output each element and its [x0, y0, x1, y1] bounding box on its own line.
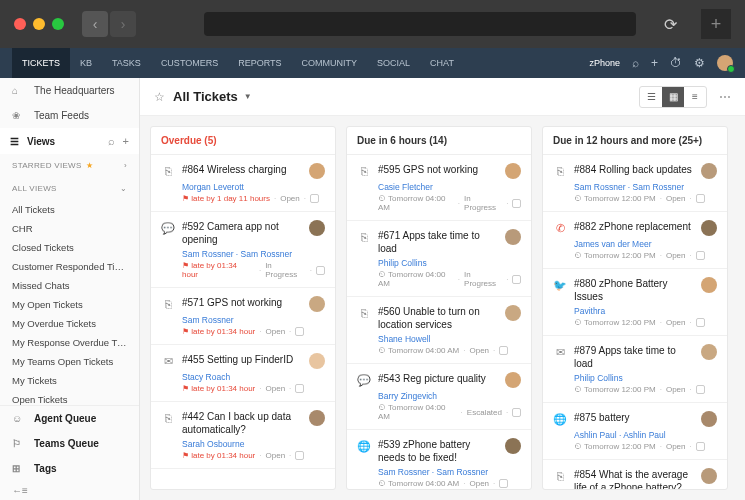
ticket-checkbox[interactable] [499, 479, 508, 488]
ticket-card[interactable]: 🌐#875 batteryAshlin Paul · Ashlin Paul⏲ … [543, 403, 727, 460]
timer-icon[interactable]: ⏱ [670, 56, 682, 70]
url-bar[interactable] [204, 12, 636, 36]
ticket-assignees: Morgan Leverott [182, 182, 325, 192]
ticket-card[interactable]: ⎘#884 Rolling back updatesSam Rossner · … [543, 155, 727, 212]
column-header: Overdue (5) [151, 127, 335, 155]
ticket-card[interactable]: ⎘#571 GPS not workingSam Rossner⚑ late b… [151, 288, 335, 345]
new-tab-button[interactable]: + [701, 9, 731, 39]
ticket-card[interactable]: ⎘#442 Can I back up data automatically?S… [151, 402, 335, 469]
sidebar-item-teams-queue[interactable]: ⚐Teams Queue [0, 431, 139, 456]
starred-views-section[interactable]: STARRED VIEWS★› [0, 154, 139, 177]
sidebar-item-agent-queue[interactable]: ☺Agent Queue [0, 406, 139, 431]
ticket-card[interactable]: 💬#543 Reg picture qualityBarry Zingevich… [347, 364, 531, 430]
sidebar-view-link[interactable]: My Response Overdue Tic... [0, 333, 139, 352]
sidebar-label: Views [27, 136, 55, 147]
sidebar-item-hq[interactable]: ⌂The Headquarters [0, 78, 139, 103]
ticket-checkbox[interactable] [696, 318, 705, 327]
sidebar-view-link[interactable]: Missed Chats [0, 276, 139, 295]
top-tab-social[interactable]: SOCIAL [367, 48, 420, 78]
kanban-column: Overdue (5)⎘#864 Wireless chargingMorgan… [150, 126, 336, 490]
maximize-window-button[interactable] [52, 18, 64, 30]
add-view-icon[interactable]: + [123, 135, 129, 147]
view-title[interactable]: All Tickets [173, 89, 238, 104]
ticket-checkbox[interactable] [512, 199, 521, 208]
user-avatar[interactable] [717, 55, 733, 71]
sidebar-view-link[interactable]: My Teams Open Tickets [0, 352, 139, 371]
ticket-checkbox[interactable] [310, 194, 319, 203]
assignee-avatar [309, 220, 325, 236]
top-tab-reports[interactable]: REPORTS [228, 48, 291, 78]
sidebar-view-link[interactable]: Closed Tickets [0, 238, 139, 257]
sidebar-item-tags[interactable]: ⊞Tags [0, 456, 139, 481]
ticket-checkbox[interactable] [512, 408, 521, 417]
all-views-section[interactable]: ALL VIEWS⌄ [0, 177, 139, 200]
ticket-checkbox[interactable] [696, 194, 705, 203]
sidebar-item-feeds[interactable]: ❀Team Feeds [0, 103, 139, 128]
collapse-sidebar-button[interactable]: ←≡ [0, 481, 139, 500]
top-tab-customers[interactable]: CUSTOMERS [151, 48, 228, 78]
brand-dropdown[interactable]: zPhone [589, 58, 620, 68]
top-tab-kb[interactable]: KB [70, 48, 102, 78]
ticket-checkbox[interactable] [696, 385, 705, 394]
forward-button[interactable]: › [110, 11, 136, 37]
top-tab-tickets[interactable]: TICKETS [12, 48, 70, 78]
sidebar-label: Team Feeds [34, 110, 89, 121]
ticket-card[interactable]: 🐦#880 zPhone Battery IssuesPavithra⏲ Tom… [543, 269, 727, 336]
compact-view-button[interactable]: ≡ [684, 87, 706, 107]
add-icon[interactable]: + [651, 56, 658, 70]
channel-form-icon: ⎘ [161, 164, 175, 178]
column-header: Due in 6 hours (14) [347, 127, 531, 155]
ticket-checkbox[interactable] [499, 346, 508, 355]
ticket-card[interactable]: ⎘#595 GPS not workingCasie Fletcher⏲ Tom… [347, 155, 531, 221]
list-view-button[interactable]: ☰ [640, 87, 662, 107]
kanban-view-button[interactable]: ▦ [662, 87, 684, 107]
search-views-icon[interactable]: ⌕ [108, 135, 115, 147]
ticket-checkbox[interactable] [696, 251, 705, 260]
ticket-assignees: Stacy Roach [182, 372, 325, 382]
reload-button[interactable]: ⟳ [664, 15, 677, 34]
views-icon: ☰ [10, 136, 19, 147]
minimize-window-button[interactable] [33, 18, 45, 30]
ticket-meta: ⚑ late by 1 day 11 hours·Open· [182, 194, 325, 203]
ticket-checkbox[interactable] [512, 275, 521, 284]
sidebar-view-link[interactable]: My Open Tickets [0, 295, 139, 314]
ticket-card[interactable]: 💬#592 Camera app not openingSam Rossner … [151, 212, 335, 288]
ticket-checkbox[interactable] [295, 327, 304, 336]
ticket-checkbox[interactable] [295, 451, 304, 460]
top-tab-tasks[interactable]: TASKS [102, 48, 151, 78]
ticket-meta: ⏲ Tomorrow 12:00 PM·Open· [574, 251, 717, 260]
ticket-title: #543 Reg picture quality [378, 372, 498, 385]
view-dropdown-caret[interactable]: ▼ [244, 92, 252, 101]
close-window-button[interactable] [14, 18, 26, 30]
ticket-card[interactable]: ⎘#560 Unable to turn on location service… [347, 297, 531, 364]
ticket-card[interactable]: 🌐#539 zPhone battery needs to be fixed!S… [347, 430, 531, 489]
ticket-title: #455 Setting up FinderID [182, 353, 302, 366]
ticket-card[interactable]: ⎘#854 What is the average life of a zPho… [543, 460, 727, 489]
ticket-card[interactable]: ✉#455 Setting up FinderIDStacy Roach⚑ la… [151, 345, 335, 402]
sidebar-view-link[interactable]: CHR [0, 219, 139, 238]
ticket-checkbox[interactable] [295, 384, 304, 393]
more-options-icon[interactable]: ⋯ [719, 90, 731, 104]
ticket-checkbox[interactable] [696, 442, 705, 451]
sidebar-view-link[interactable]: My Tickets [0, 371, 139, 390]
search-icon[interactable]: ⌕ [632, 56, 639, 70]
back-button[interactable]: ‹ [82, 11, 108, 37]
top-tab-chat[interactable]: CHAT [420, 48, 464, 78]
sidebar-view-link[interactable]: All Tickets [0, 200, 139, 219]
star-view-icon[interactable]: ☆ [154, 90, 165, 104]
ticket-checkbox[interactable] [316, 266, 325, 275]
sidebar-view-link[interactable]: Customer Responded Tick... [0, 257, 139, 276]
ticket-card[interactable]: ⎘#671 Apps take time to loadPhilip Colli… [347, 221, 531, 297]
settings-icon[interactable]: ⚙ [694, 56, 705, 70]
ticket-assignees: Sam Rossner · Sam Rossner [378, 467, 521, 477]
sidebar-item-views[interactable]: ☰Views ⌕+ [0, 128, 139, 154]
ticket-card[interactable]: ✉#879 Apps take time to loadPhilip Colli… [543, 336, 727, 403]
sidebar-view-link[interactable]: My Overdue Tickets [0, 314, 139, 333]
assignee-avatar [309, 163, 325, 179]
ticket-card[interactable]: ⎘#864 Wireless chargingMorgan Leverott⚑ … [151, 155, 335, 212]
top-tab-community[interactable]: COMMUNITY [292, 48, 368, 78]
ticket-assignees: Ashlin Paul · Ashlin Paul [574, 430, 717, 440]
ticket-card[interactable]: ✆#882 zPhone replacementJames van der Me… [543, 212, 727, 269]
ticket-title: #884 Rolling back updates [574, 163, 694, 176]
assignee-avatar [701, 220, 717, 236]
